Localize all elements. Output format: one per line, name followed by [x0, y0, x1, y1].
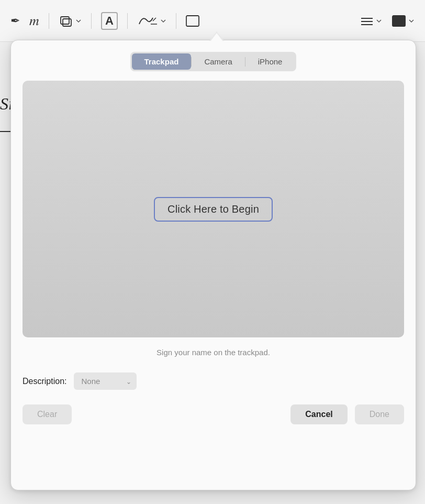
pen-icon[interactable]: ✒	[10, 14, 20, 28]
tab-trackpad[interactable]: Trackpad	[132, 53, 192, 70]
cursive-icon[interactable]: 𝑚	[29, 13, 39, 29]
clear-button[interactable]: Clear	[23, 404, 72, 424]
click-here-button[interactable]: Click Here to Begin	[154, 197, 273, 222]
instruction-text: Sign your name on the trackpad.	[23, 348, 404, 357]
popup-arrow	[209, 31, 224, 41]
toolbar-divider-2	[91, 13, 92, 29]
drawing-area[interactable]: Click Here to Begin	[23, 81, 404, 337]
bottom-buttons: Clear Cancel Done	[23, 404, 404, 424]
toolbar-divider-4	[176, 13, 176, 29]
window-icon[interactable]	[186, 15, 199, 27]
cancel-button[interactable]: Cancel	[290, 404, 347, 424]
layers-icon[interactable]	[59, 14, 82, 28]
svg-rect-0	[61, 17, 69, 24]
btn-right-group: Cancel Done	[290, 404, 404, 424]
signature-popup: Trackpad Camera iPhone Click Here to Beg…	[10, 40, 416, 490]
tab-group: Trackpad Camera iPhone	[130, 52, 297, 71]
rectangle-icon[interactable]	[392, 15, 415, 27]
description-row: Description: None	[23, 372, 404, 390]
menu-icon[interactable]	[360, 15, 382, 27]
svg-rect-7	[393, 16, 405, 26]
tab-camera[interactable]: Camera	[192, 53, 244, 70]
toolbar-divider	[49, 13, 49, 29]
toolbar-divider-3	[127, 13, 128, 29]
done-button[interactable]: Done	[355, 404, 404, 424]
description-select[interactable]: None	[74, 372, 137, 390]
description-select-wrapper: None	[74, 372, 137, 390]
tab-iphone[interactable]: iPhone	[245, 53, 295, 70]
svg-rect-1	[63, 19, 71, 26]
description-label: Description:	[23, 377, 66, 386]
signature-icon[interactable]	[137, 14, 166, 28]
svg-rect-3	[186, 16, 199, 26]
text-icon[interactable]: A	[101, 12, 118, 30]
